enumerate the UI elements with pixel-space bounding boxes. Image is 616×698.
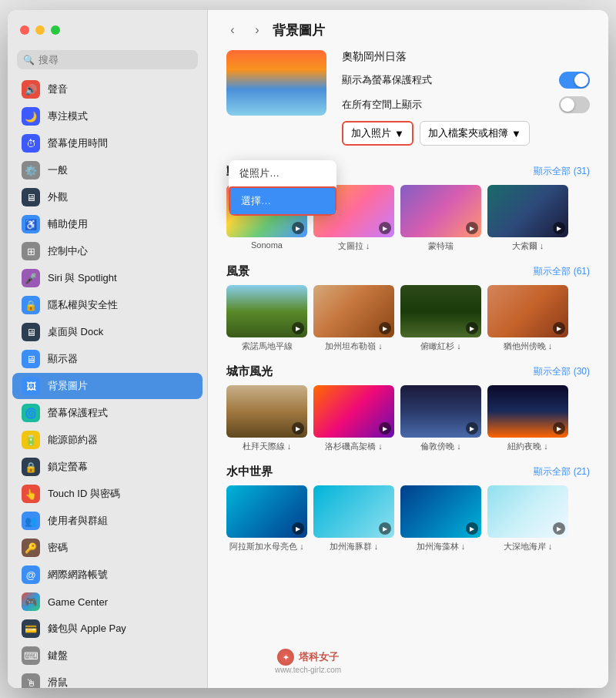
thumb-california-dolphin: ▶ [313,485,394,538]
play-icon-california-dune: ▶ [379,322,391,334]
sidebar-label-wallpaper: 背景圖片 [48,379,88,393]
thumb-item-oregon-cedar[interactable]: ▶ 俯瞰紅杉 ↓ [400,285,481,352]
sidebar-item-internetaccounts[interactable]: @ 網際網路帳號 [12,562,203,588]
sidebar-item-accessibility[interactable]: ♿ 輔助使用 [12,211,203,237]
play-icon-california-kelp: ▶ [466,522,478,535]
main-scroll-area[interactable]: 奧勒岡州日落 顯示為螢幕保護程式 在所有空間上顯示 加入照片 ▼ [208,50,608,688]
screensaver-toggle[interactable] [559,72,590,89]
thumb-item-yosemite[interactable]: ▶ 猶他州傍晚 ↓ [487,285,568,352]
thumb-item-california-dune[interactable]: ▶ 加州坦布勒嶺 ↓ [313,285,394,352]
add-folder-label: 加入檔案夾或相簿 [428,126,508,140]
page-title: 背景圖片 [273,22,325,39]
forward-button[interactable]: › [248,21,266,39]
thumb-item-california-kelp[interactable]: ▶ 加州海藻林 ↓ [400,485,481,552]
add-photo-label: 加入照片 [351,126,391,140]
thumb-item-california-dolphin[interactable]: ▶ 加州海豚群 ↓ [313,485,394,552]
thumb-item-pacific[interactable]: ▶ 大深地海岸 ↓ [487,485,568,552]
thumb-california-kelp: ▶ [400,485,481,538]
sidebar-item-sound[interactable]: 🔊 聲音 [12,76,203,102]
sidebar-icon-screentime: ⏱ [22,134,40,153]
sidebar-label-appearance: 外觀 [48,190,68,204]
play-icon-pacific: ▶ [553,522,565,535]
sidebar-item-siri[interactable]: 🎤 Siri 與 Spotlight [12,265,203,291]
select-item[interactable]: 選擇… [229,186,336,216]
sidebar-icon-touchid: 👆 [22,485,40,503]
sidebar-icon-wallpaper: 🖼 [22,377,40,395]
from-photos-item[interactable]: 從照片… [229,160,336,186]
sidebar-item-displays[interactable]: 🖥 顯示器 [12,346,203,372]
sidebar-icon-controlcenter: ⊞ [22,242,40,260]
show-all-underwater[interactable]: 顯示全部 (21) [534,465,590,478]
thumb-newyork: ▶ [487,385,568,438]
sidebar-item-lockscreen[interactable]: 🔒 鎖定螢幕 [12,454,203,480]
thumb-label-pacific: 大深地海岸 ↓ [504,541,553,552]
sidebar-item-battery[interactable]: 🔋 能源節約器 [12,427,203,453]
spaces-row: 在所有空間上顯示 [342,96,590,113]
dropdown-row: 加入照片 ▼ 加入檔案夾或相簿 ▼ [342,121,590,146]
show-all-dynamic[interactable]: 顯示全部 (31) [534,165,590,178]
thumb-la: ▶ [313,385,394,438]
wallpaper-preview [226,50,326,116]
spaces-toggle[interactable] [559,96,590,113]
thumb-item-london[interactable]: ▶ 倫敦傍晚 ↓ [400,385,481,452]
thumb-item-montrei[interactable]: ▶ 蒙特瑞 [400,185,481,252]
wallpaper-options: 奧勒岡州日落 顯示為螢幕保護程式 在所有空間上顯示 加入照片 ▼ [342,50,590,149]
sidebar-item-appearance[interactable]: 🖥 外觀 [12,184,203,210]
thumb-label-yosemite: 猶他州傍晚 ↓ [504,341,553,352]
sidebar-icon-general: ⚙️ [22,161,40,180]
thumb-item-sonoma-plain[interactable]: ▶ 索諾馬地平線 [226,285,307,352]
sidebar-item-wallet[interactable]: 💳 錢包與 Apple Pay [12,616,203,642]
sidebar-item-gamecenter[interactable]: 🎮 Game Center [12,589,203,615]
sidebar-icon-lockscreen: 🔒 [22,458,40,476]
sidebar-icon-privacy: 🔒 [22,296,40,314]
section-title-underwater: 水中世界 [226,465,273,479]
thumb-item-dasou[interactable]: ▶ 大索爾 ↓ [487,185,568,252]
sidebar-icon-sound: 🔊 [22,80,40,99]
add-folder-button[interactable]: 加入檔案夾或相簿 ▼ [420,121,530,146]
sidebar-label-lockscreen: 鎖定螢幕 [48,460,88,474]
sidebar-item-password[interactable]: 🔑 密碼 [12,535,203,561]
sidebar-item-general[interactable]: ⚙️ 一般 [12,157,203,183]
show-all-scenery[interactable]: 顯示全部 (61) [534,265,590,278]
thumb-item-newyork[interactable]: ▶ 紐約夜晚 ↓ [487,385,568,452]
sidebar-icon-displays: 🖥 [22,350,40,368]
play-icon-california-dolphin: ▶ [379,522,391,535]
show-all-cityscape[interactable]: 顯示全部 (30) [534,365,590,378]
sidebar-item-screensaver[interactable]: 🌀 螢幕保護程式 [12,400,203,426]
sidebar-item-wallpaper[interactable]: 🖼 背景圖片 [12,373,203,399]
screensaver-label: 顯示為螢幕保護程式 [342,73,432,87]
sidebar-label-general: 一般 [48,163,68,177]
thumb-item-la[interactable]: ▶ 洛杉磯高架橋 ↓ [313,385,394,452]
close-button[interactable] [20,25,29,35]
sidebar-item-privacy[interactable]: 🔒 隱私權與安全性 [12,292,203,318]
sidebar-item-screentime[interactable]: ⏱ 螢幕使用時間 [12,130,203,156]
sidebar-label-battery: 能源節約器 [48,433,98,447]
sidebar: 🔍 🔊 聲音 🌙 專注模式 ⏱ 螢幕使用時間 ⚙️ 一般 🖥 外觀 ♿ 輔助使用… [8,10,208,688]
sidebar-item-controlcenter[interactable]: ⊞ 控制中心 [12,238,203,264]
add-photo-button[interactable]: 加入照片 ▼ [342,121,413,146]
play-icon-la: ▶ [379,422,391,435]
thumb-label-dubai: 杜拜天際線 ↓ [243,441,292,452]
sidebar-icon-gamecenter: 🎮 [22,592,40,611]
sidebar-label-screensaver: 螢幕保護程式 [48,406,108,420]
add-photo-chevron: ▼ [394,128,404,139]
thumb-item-dubai[interactable]: ▶ 杜拜天際線 ↓ [226,385,307,452]
image-grid-scenery: ▶ 索諾馬地平線 ▶ 加州坦布勒嶺 ↓ ▶ 俯瞰紅杉 ↓ ▶ 猶他州傍晚 ↓ [226,285,590,352]
maximize-button[interactable] [51,25,60,35]
sidebar-label-screentime: 螢幕使用時間 [48,136,108,150]
back-button[interactable]: ‹ [223,21,242,39]
sidebar-item-keyboard[interactable]: ⌨ 鍵盤 [12,643,203,669]
search-input[interactable] [17,50,198,69]
sidebar-item-users[interactable]: 👥 使用者與群組 [12,508,203,534]
sidebar-item-touchid[interactable]: 👆 Touch ID 與密碼 [12,481,203,507]
sidebar-item-focus[interactable]: 🌙 專注模式 [12,103,203,129]
thumb-item-alaska[interactable]: ▶ 阿拉斯加水母亮色 ↓ [226,485,307,552]
sidebar-label-internetaccounts: 網際網路帳號 [48,568,108,582]
thumb-oregon-cedar: ▶ [400,285,481,337]
thumb-label-newyork: 紐約夜晚 ↓ [507,441,548,452]
section-title-cityscape: 城市風光 [226,364,273,379]
sidebar-item-deskdock[interactable]: 🖥 桌面與 Dock [12,319,203,345]
minimize-button[interactable] [35,25,45,35]
sidebar-item-mouse[interactable]: 🖱 滑鼠 [12,669,203,688]
sidebar-icon-accessibility: ♿ [22,215,40,233]
